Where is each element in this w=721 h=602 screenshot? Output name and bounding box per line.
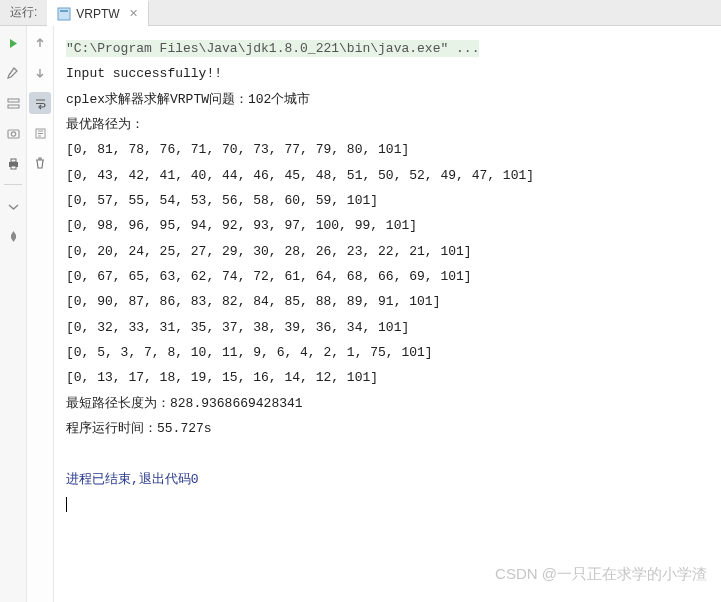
- input-success-line: Input successfully!!: [66, 66, 222, 81]
- settings-button[interactable]: [2, 62, 24, 84]
- toolbar-left: [0, 26, 27, 602]
- close-icon[interactable]: ✕: [125, 7, 138, 20]
- text-cursor: [66, 497, 67, 512]
- route-line: [0, 90, 87, 86, 83, 82, 84, 85, 88, 89, …: [66, 294, 440, 309]
- scroll-to-end-button[interactable]: [29, 122, 51, 144]
- shortest-path-line: 最短路径长度为：828.9368669428341: [66, 396, 303, 411]
- tab-bar: 运行: VRPTW ✕: [0, 0, 721, 26]
- print-button[interactable]: [2, 152, 24, 174]
- route-line: [0, 67, 65, 63, 62, 74, 72, 61, 64, 68, …: [66, 269, 472, 284]
- route-line: [0, 5, 3, 7, 8, 10, 11, 9, 6, 4, 2, 1, 7…: [66, 345, 433, 360]
- svg-rect-2: [8, 99, 19, 102]
- pin-button[interactable]: [2, 225, 24, 247]
- run-label: 运行:: [0, 4, 47, 21]
- tab-vrptw[interactable]: VRPTW ✕: [47, 0, 148, 26]
- camera-button[interactable]: [2, 122, 24, 144]
- exit-line: 进程已结束,退出代码0: [66, 472, 199, 487]
- main-area: "C:\Program Files\Java\jdk1.8.0_221\bin\…: [0, 26, 721, 602]
- toolbar-secondary: [27, 26, 54, 602]
- svg-rect-8: [11, 166, 16, 169]
- app-icon: [57, 7, 71, 21]
- clear-button[interactable]: [29, 152, 51, 174]
- svg-point-5: [11, 131, 15, 135]
- rerun-button[interactable]: [2, 32, 24, 54]
- tab-title: VRPTW: [76, 7, 119, 21]
- svg-rect-3: [8, 105, 19, 108]
- svg-rect-7: [11, 159, 16, 162]
- best-path-label: 最优路径为：: [66, 117, 144, 132]
- solver-line: cplex求解器求解VRPTW问题：102个城市: [66, 92, 310, 107]
- scroll-down-button[interactable]: [29, 62, 51, 84]
- console-output[interactable]: "C:\Program Files\Java\jdk1.8.0_221\bin\…: [54, 26, 721, 602]
- layout-button[interactable]: [2, 92, 24, 114]
- route-line: [0, 20, 24, 25, 27, 29, 30, 28, 26, 23, …: [66, 244, 472, 259]
- toolbar-divider: [4, 184, 22, 185]
- runtime-line: 程序运行时间：55.727s: [66, 421, 212, 436]
- svg-rect-0: [58, 8, 70, 20]
- command-line: "C:\Program Files\Java\jdk1.8.0_221\bin\…: [66, 40, 479, 57]
- route-line: [0, 98, 96, 95, 94, 92, 93, 97, 100, 99,…: [66, 218, 417, 233]
- route-line: [0, 57, 55, 54, 53, 56, 58, 60, 59, 101]: [66, 193, 378, 208]
- route-line: [0, 13, 17, 18, 19, 15, 16, 14, 12, 101]: [66, 370, 378, 385]
- svg-rect-4: [8, 130, 19, 138]
- scroll-up-button[interactable]: [29, 32, 51, 54]
- soft-wrap-button[interactable]: [29, 92, 51, 114]
- svg-rect-1: [60, 10, 68, 12]
- route-line: [0, 32, 33, 31, 35, 37, 38, 39, 36, 34, …: [66, 320, 409, 335]
- expand-button[interactable]: [2, 195, 24, 217]
- route-line: [0, 43, 42, 41, 40, 44, 46, 45, 48, 51, …: [66, 168, 534, 183]
- route-line: [0, 81, 78, 76, 71, 70, 73, 77, 79, 80, …: [66, 142, 409, 157]
